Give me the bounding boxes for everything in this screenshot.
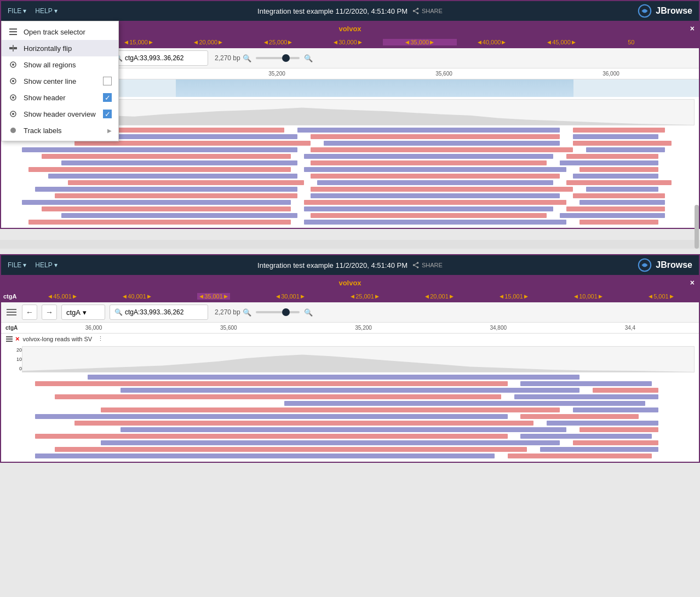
menu-item-show-header-overview[interactable]: Show header overview ✓ (2, 106, 118, 122)
search-box-2[interactable]: 🔍 ctgA:33,993..36,262 (110, 305, 208, 320)
ruler-coord-8: 50 (628, 39, 634, 45)
menu-item-show-all-regions[interactable]: Show all regions (2, 56, 118, 73)
menu-item-show-center-line[interactable]: Show center line (2, 73, 118, 89)
hamburger-line-6 (7, 314, 16, 315)
coord-val-3: 36,000 (603, 71, 619, 77)
coverage-svg-2 (22, 347, 694, 372)
nav-back-btn-2[interactable]: ← (22, 305, 37, 320)
help-menu-btn-2[interactable]: HELP ▾ (35, 261, 57, 269)
track-labels-icon (8, 125, 18, 135)
menu-item-show-header[interactable]: Show header ✓ (2, 89, 118, 106)
menu-item-horizontally-flip[interactable]: Horizontally flip (2, 40, 118, 56)
hamburger-line-5 (7, 312, 16, 313)
hamburger-menu-btn-2[interactable] (5, 308, 18, 317)
app-title: Integration test example 11/2/2020, 4:51… (257, 7, 408, 15)
horizontally-flip-icon (8, 43, 18, 53)
zoom-in-icon-2[interactable]: 🔍 (304, 308, 313, 317)
cov2-label-10: 10 (5, 357, 22, 362)
coverage-track-2: 20 10 0 (5, 346, 695, 372)
top-bar-title: Integration test example 11/2/2020, 4:51… (257, 7, 443, 15)
chrom-title-2: volvox (8, 279, 692, 287)
track-area-2: 20 10 0 (1, 344, 699, 462)
share-icon (412, 7, 420, 15)
read-row (22, 219, 678, 225)
zoom-out-icon[interactable]: 🔍 (243, 54, 251, 62)
r2c9: ◀5,001▶ (649, 293, 674, 300)
menu-item-open-track-selector[interactable]: Open track selector (2, 24, 118, 40)
zoom-out-icon-2[interactable]: 🔍 (243, 308, 251, 317)
track-labels-arrow: ▶ (107, 128, 112, 134)
cov2-label-0: 0 (5, 366, 22, 371)
drag-handle-icon[interactable] (5, 335, 13, 343)
coord-values-1: 34,800 35,200 35,600 36,000 (26, 71, 695, 77)
nav-forward-btn-2[interactable]: → (42, 305, 57, 320)
read-row-2 (22, 420, 678, 426)
search-box[interactable]: 🔍 ctgA:33,993..36,262 (110, 50, 208, 66)
ruler-item-4: ◀ 30,000 ▶ (313, 39, 382, 45)
show-header-overview-checkbox[interactable]: ✓ (103, 110, 112, 118)
read-row (22, 186, 678, 192)
read-row (22, 206, 678, 212)
show-center-line-checkbox[interactable] (103, 77, 112, 85)
read-row-2 (22, 374, 678, 380)
jbrowse-text-2: JBrowse (656, 260, 692, 270)
share-label-2: SHARE (422, 262, 443, 268)
file-menu-btn-2[interactable]: FILE ▾ (8, 261, 26, 269)
panel-divider (0, 240, 700, 249)
zoom-thumb-2 (282, 308, 290, 316)
help-menu-btn[interactable]: HELP ▾ (35, 7, 57, 15)
nav-bar-2: ← → ctgA ▾ 🔍 ctgA:33,993..36,262 2,270 b… (1, 302, 699, 323)
read-row-2 (22, 400, 678, 406)
share-label: SHARE (422, 8, 443, 14)
overview-highlight (176, 79, 573, 97)
bp-display-2: 2,270 bp 🔍 🔍 (215, 308, 313, 317)
bp-value: 2,270 bp (215, 54, 240, 62)
coverage-chart-2 (22, 346, 695, 372)
close-btn-2[interactable]: × (690, 278, 695, 287)
file-menu-btn[interactable]: FILE ▾ (8, 7, 26, 15)
read-row-2 (22, 407, 678, 413)
ruler-coord-7: 45,000 (552, 39, 571, 45)
reads-area-2 (22, 374, 678, 460)
zoom-slider[interactable] (256, 57, 300, 59)
jbrowse-icon (637, 3, 652, 19)
show-center-line-icon (8, 76, 18, 86)
read-row (22, 147, 678, 153)
read-row (22, 153, 678, 159)
ruler-coord-1: 15,000 (129, 39, 148, 45)
r2c2: ◀40,001▶ (123, 293, 151, 300)
track-close-btn[interactable]: × (15, 335, 20, 343)
read-row-2 (22, 453, 678, 459)
dropdown-menu: Open track selector Horizontally flip (1, 21, 119, 141)
read-row-2 (22, 394, 678, 400)
cov2-label-20: 20 (5, 347, 22, 353)
coverage-chart (22, 99, 695, 125)
coverage-svg (22, 100, 694, 125)
share-icon-2 (412, 261, 420, 269)
refname-select-2[interactable]: ctgA ▾ (61, 305, 105, 320)
close-btn-1[interactable]: × (690, 24, 695, 33)
share-button-2[interactable]: SHARE (412, 261, 443, 269)
show-header-checkbox[interactable]: ✓ (103, 93, 112, 102)
svg-rect-4 (9, 47, 13, 49)
read-row (22, 127, 678, 133)
scrollbar-thumb[interactable] (695, 205, 699, 249)
svg-point-12 (12, 96, 14, 99)
help-menu-label: HELP (35, 7, 52, 15)
search-icon-2: 🔍 (114, 308, 123, 316)
zoom-slider-2[interactable] (256, 311, 300, 313)
share-button[interactable]: SHARE (412, 7, 443, 15)
track-controls-2: × (5, 335, 20, 343)
svg-rect-19 (6, 341, 13, 342)
ruler-item-5: ◀ 35,000 ▶ (383, 39, 457, 45)
ruler-item-8: 50 (596, 39, 666, 45)
menu-item-track-labels[interactable]: Track labels ▶ (2, 122, 118, 139)
track-menu-btn[interactable]: ⋮ (97, 335, 104, 342)
zoom-in-icon[interactable]: 🔍 (304, 54, 313, 62)
r2c3: ◀35,001▶ (197, 293, 230, 300)
help-menu-arrow-2: ▾ (54, 261, 58, 269)
coord2-val-3: 34,800 (490, 325, 507, 331)
refname-arrow-2: ▾ (83, 308, 87, 317)
coord-values-2: 36,000 35,600 35,200 34,800 34,4 (26, 325, 695, 331)
menu-item-label-3: Show center line (24, 77, 97, 85)
